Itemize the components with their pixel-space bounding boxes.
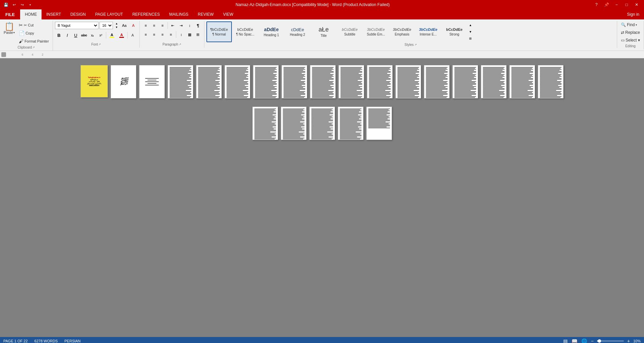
styles-scroll-up-button[interactable]: ▲: [468, 22, 473, 28]
tab-insert[interactable]: INSERT: [42, 9, 66, 19]
page-thumb-11[interactable]: [367, 65, 393, 98]
align-right-button[interactable]: ≡: [158, 30, 167, 39]
tab-home[interactable]: HOME: [20, 9, 42, 19]
font-color-button[interactable]: A: [117, 31, 126, 39]
tab-design[interactable]: DESIGN: [66, 9, 90, 19]
page-thumb-5[interactable]: [196, 65, 222, 98]
page-thumb-9[interactable]: [310, 65, 336, 98]
line-spacing-button[interactable]: ↕: [177, 30, 185, 39]
multilevel-list-button[interactable]: ≡: [158, 21, 167, 29]
paragraph-expand-icon[interactable]: ↗: [179, 43, 181, 46]
close-button[interactable]: ✕: [632, 1, 641, 8]
bold-button[interactable]: B: [55, 31, 63, 39]
bullets-button[interactable]: ≡: [142, 21, 150, 29]
italic-button[interactable]: I: [63, 31, 71, 39]
tab-references[interactable]: REFERENCES: [128, 9, 165, 19]
page-thumb-17[interactable]: [538, 65, 564, 98]
page-thumb-7[interactable]: [253, 65, 279, 98]
align-left-button[interactable]: ≡: [142, 30, 150, 39]
numbered-list-button[interactable]: ≡: [150, 21, 158, 29]
page-thumb-8[interactable]: [281, 65, 307, 98]
page-thumb-2[interactable]: ﷽: [111, 65, 136, 98]
style-no-spacing[interactable]: bCcDdEe ¶ No Spac...: [233, 21, 258, 42]
clear-formatting-button[interactable]: A: [129, 21, 137, 29]
web-layout-view-button[interactable]: 🌐: [581, 338, 588, 343]
styles-expand-icon[interactable]: ↗: [414, 43, 417, 46]
style-emphasis[interactable]: 3bCcDdEe Emphasis: [389, 21, 415, 42]
page-thumb-16[interactable]: [509, 65, 535, 98]
style-heading1[interactable]: aDdEe Heading 1: [259, 21, 284, 42]
copy-button[interactable]: 📄 Copy: [17, 29, 51, 37]
page-thumb-22[interactable]: [366, 107, 392, 140]
style-strong[interactable]: bCcDdEe Strong: [442, 21, 467, 42]
page-thumb-19[interactable]: [281, 107, 307, 140]
undo-button[interactable]: ↩: [11, 1, 17, 8]
underline-button[interactable]: U: [72, 31, 80, 39]
change-case-button[interactable]: Aa: [120, 21, 128, 29]
page-thumb-21[interactable]: [338, 107, 364, 140]
print-layout-view-button[interactable]: ▤: [563, 338, 568, 343]
style-title[interactable]: aŁe Title: [311, 21, 336, 42]
save-button[interactable]: 💾: [3, 1, 9, 8]
maximize-button[interactable]: □: [622, 1, 631, 8]
tab-view[interactable]: VIEW: [218, 9, 238, 19]
page-thumb-18[interactable]: [252, 107, 278, 140]
font-size-select[interactable]: 16: [100, 22, 113, 29]
styles-scroll-down-button[interactable]: ▼: [468, 29, 473, 35]
format-painter-button[interactable]: 🖌 Format Painter: [17, 38, 51, 45]
page-thumb-13[interactable]: [424, 65, 450, 98]
style-heading2[interactable]: cDdEe Heading 2: [285, 21, 310, 42]
decrease-indent-button[interactable]: ⇤: [169, 21, 177, 29]
text-highlight-button[interactable]: A: [107, 31, 117, 39]
strikethrough-button[interactable]: abc: [80, 31, 88, 39]
qat-dropdown-button[interactable]: ▾: [27, 1, 34, 8]
style-intense-em[interactable]: 3bCcDdEe Intense E...: [415, 21, 441, 42]
ruler-corner[interactable]: [1, 52, 6, 57]
minimize-button[interactable]: −: [612, 1, 621, 8]
text-effects-button[interactable]: A: [129, 31, 137, 39]
styles-more-button[interactable]: ⊞: [468, 36, 473, 42]
redo-button[interactable]: ↪: [19, 1, 25, 8]
zoom-out-button[interactable]: −: [590, 338, 594, 343]
page-thumb-10[interactable]: [338, 65, 364, 98]
find-button[interactable]: 🔍 Find ▾: [619, 21, 639, 28]
file-tab[interactable]: FILE: [0, 9, 20, 19]
increase-indent-button[interactable]: ⇥: [177, 21, 185, 29]
page-thumb-12[interactable]: [395, 65, 421, 98]
page-thumb-20[interactable]: [309, 107, 335, 140]
justify-button[interactable]: ≡: [167, 30, 175, 39]
style-subtle-em[interactable]: 3bCcDdEe Subtle Em...: [363, 21, 389, 42]
page-thumb-4[interactable]: [168, 65, 193, 98]
sign-in-link[interactable]: Sign in: [622, 9, 644, 19]
clipboard-expand-icon[interactable]: ↗: [33, 46, 35, 49]
page-thumb-15[interactable]: [481, 65, 507, 98]
zoom-thumb[interactable]: [598, 339, 601, 343]
decrease-font-size-button[interactable]: ▼: [114, 25, 119, 29]
page-thumb-1[interactable]: Tahghighat.ir مرجع دانلود فایل - پایان‌ن…: [80, 65, 108, 97]
subscript-button[interactable]: x₂: [88, 31, 96, 39]
style-subtitle[interactable]: bCcDdEe Subtitle: [337, 21, 363, 42]
tab-page-layout[interactable]: PAGE LAYOUT: [90, 9, 128, 19]
tab-review[interactable]: REVIEW: [193, 9, 218, 19]
cut-button[interactable]: ✂ ✂ Cut: [17, 21, 51, 29]
font-name-select[interactable]: B Yagut: [55, 22, 99, 29]
increase-font-size-button[interactable]: ▲: [114, 22, 119, 25]
help-button[interactable]: ?: [592, 1, 601, 8]
superscript-button[interactable]: x²: [97, 31, 105, 39]
shading-button[interactable]: ▦: [186, 30, 194, 39]
select-button[interactable]: ▭ Select ▾: [619, 37, 642, 44]
sort-button[interactable]: ↕: [186, 21, 194, 29]
show-formatting-button[interactable]: ¶: [194, 21, 202, 29]
replace-button[interactable]: ⇄ Replace: [619, 29, 642, 36]
style-normal[interactable]: ¶bCcDdEe ¶ Normal: [206, 21, 232, 42]
zoom-slider[interactable]: [597, 340, 624, 342]
document-area[interactable]: Tahghighat.ir مرجع دانلود فایل - پایان‌ن…: [0, 58, 644, 337]
align-center-button[interactable]: ≡: [150, 30, 158, 39]
page-thumb-6[interactable]: [224, 65, 250, 98]
font-expand-icon[interactable]: ↗: [99, 43, 101, 46]
zoom-in-button[interactable]: +: [627, 338, 631, 343]
ribbon-display-button[interactable]: 📌: [602, 1, 611, 8]
paste-button[interactable]: 📋 Paste ▾: [2, 21, 16, 36]
read-mode-view-button[interactable]: 📖: [571, 338, 578, 343]
page-thumb-14[interactable]: [452, 65, 478, 98]
